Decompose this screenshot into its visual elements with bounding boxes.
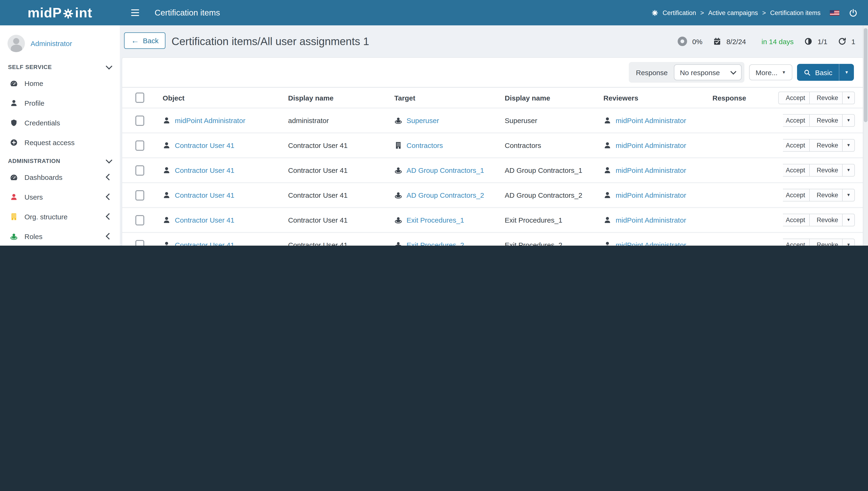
row-checkbox[interactable] bbox=[135, 115, 144, 126]
row-checkbox[interactable] bbox=[135, 190, 144, 200]
sidebar-item-users[interactable]: Users bbox=[0, 187, 120, 207]
target-link[interactable]: Exit Procedures_2 bbox=[407, 241, 464, 246]
reviewer-link[interactable]: midPoint Administrator bbox=[616, 241, 686, 246]
role-icon bbox=[394, 191, 402, 199]
page-header: ← Back Certification items/All user assi… bbox=[120, 25, 868, 57]
accept-button[interactable]: Accept bbox=[783, 189, 810, 201]
col-object[interactable]: Object bbox=[163, 87, 288, 108]
revoke-button[interactable]: Revoke bbox=[809, 114, 843, 127]
sidebar-item-roles[interactable]: Roles bbox=[0, 226, 120, 246]
target-link[interactable]: AD Group Contractors_1 bbox=[407, 166, 484, 174]
target-link[interactable]: Contractors bbox=[407, 141, 443, 149]
response-select[interactable]: No response bbox=[674, 64, 741, 80]
locale-flag-icon[interactable] bbox=[830, 10, 839, 15]
avatar bbox=[7, 35, 25, 52]
user-name-link[interactable]: Administrator bbox=[31, 39, 72, 48]
object-link[interactable]: Contractor User 41 bbox=[175, 241, 234, 246]
search-filter-bar: Response No response More... ▼ Basic bbox=[122, 58, 863, 87]
search-mode-button[interactable]: Basic ▼ bbox=[797, 64, 854, 81]
more-filters-button[interactable]: More... ▼ bbox=[749, 64, 792, 80]
accept-button[interactable]: Accept bbox=[783, 114, 810, 127]
back-button[interactable]: ← Back bbox=[124, 32, 166, 49]
target-display-name: Contractors bbox=[505, 141, 541, 149]
user-icon bbox=[163, 116, 171, 124]
target-link[interactable]: Superuser bbox=[407, 116, 439, 124]
revoke-button[interactable]: Revoke bbox=[809, 214, 843, 226]
response-buttons: Accept Revoke ▼ bbox=[783, 189, 855, 201]
user-icon bbox=[8, 99, 19, 107]
row-checkbox[interactable] bbox=[135, 165, 144, 175]
breadcrumb-certification-items[interactable]: Certification items bbox=[770, 9, 820, 16]
sidebar-item-org-structure[interactable]: Org. structure bbox=[0, 207, 120, 226]
more-actions-button[interactable]: ▼ bbox=[842, 164, 855, 177]
role-icon bbox=[394, 216, 402, 224]
revoke-button[interactable]: Revoke bbox=[809, 164, 843, 177]
response-filter: Response No response bbox=[629, 62, 744, 83]
power-icon[interactable] bbox=[849, 8, 858, 17]
sidebar-item-request-access[interactable]: Request access bbox=[0, 133, 120, 152]
target-link[interactable]: Exit Procedures_1 bbox=[407, 216, 464, 224]
sidebar-section-self-service[interactable]: SELF SERVICE bbox=[0, 58, 120, 73]
reviewer-link[interactable]: midPoint Administrator bbox=[616, 191, 686, 199]
midpoint-logo[interactable]: midPint bbox=[0, 5, 120, 21]
reviewer-link[interactable]: midPoint Administrator bbox=[616, 166, 686, 174]
response-select-value: No response bbox=[680, 68, 720, 76]
object-link[interactable]: Contractor User 41 bbox=[175, 141, 234, 149]
main-content: ← Back Certification items/All user assi… bbox=[120, 25, 868, 246]
object-link[interactable]: midPoint Administrator bbox=[175, 116, 245, 124]
progress-donut-icon bbox=[678, 37, 687, 46]
object-link[interactable]: Contractor User 41 bbox=[175, 191, 234, 199]
accept-button[interactable]: Accept bbox=[783, 238, 810, 246]
revoke-button[interactable]: Revoke bbox=[809, 238, 843, 246]
bulk-revoke-button[interactable]: Revoke bbox=[809, 91, 843, 104]
revoke-button[interactable]: Revoke bbox=[809, 189, 843, 201]
target-link[interactable]: AD Group Contractors_2 bbox=[407, 191, 484, 199]
user-icon bbox=[604, 191, 611, 199]
more-actions-button[interactable]: ▼ bbox=[842, 238, 855, 246]
select-all-checkbox[interactable] bbox=[135, 92, 144, 103]
arrow-left-icon: ← bbox=[131, 37, 139, 45]
shield-icon bbox=[8, 119, 19, 126]
table-row: Contractor User 41 Contractor User 41 Ex… bbox=[122, 232, 864, 246]
col-target[interactable]: Target bbox=[394, 87, 505, 108]
sidebar-nav: SELF SERVICE Home Profile Credentials Re… bbox=[0, 58, 120, 246]
object-display-name: administrator bbox=[288, 116, 329, 124]
col-display-name[interactable]: Display name bbox=[288, 87, 394, 108]
accept-button[interactable]: Accept bbox=[783, 139, 810, 152]
sidebar-section-administration[interactable]: ADMINISTRATION bbox=[0, 152, 120, 167]
reviewer-link[interactable]: midPoint Administrator bbox=[616, 216, 686, 224]
sidebar-item-credentials[interactable]: Credentials bbox=[0, 113, 120, 133]
row-checkbox[interactable] bbox=[135, 215, 144, 225]
sidebar-item-dashboards[interactable]: Dashboards bbox=[0, 167, 120, 187]
user-icon bbox=[604, 216, 611, 224]
reviewer-link[interactable]: midPoint Administrator bbox=[616, 141, 686, 149]
search-mode-dropdown[interactable]: ▼ bbox=[839, 64, 854, 81]
breadcrumb-certification[interactable]: Certification bbox=[663, 9, 696, 16]
chevron-left-icon bbox=[106, 213, 112, 220]
plus-circle-icon bbox=[8, 138, 19, 146]
object-link[interactable]: Contractor User 41 bbox=[175, 166, 234, 174]
reviewer-link[interactable]: midPoint Administrator bbox=[616, 116, 686, 124]
row-checkbox[interactable] bbox=[135, 140, 144, 150]
bulk-more-actions-button[interactable]: ▼ bbox=[842, 91, 855, 104]
more-actions-button[interactable]: ▼ bbox=[842, 139, 855, 152]
breadcrumb-active-campaigns[interactable]: Active campaigns bbox=[708, 9, 758, 16]
scrollbar-thumb[interactable] bbox=[864, 28, 868, 122]
sidebar-item-home[interactable]: Home bbox=[0, 73, 120, 93]
accept-button[interactable]: Accept bbox=[783, 164, 810, 177]
col-target-display-name[interactable]: Display name bbox=[505, 87, 604, 108]
more-actions-button[interactable]: ▼ bbox=[842, 189, 855, 201]
accept-button[interactable]: Accept bbox=[783, 214, 810, 226]
bulk-accept-button[interactable]: Accept bbox=[778, 91, 810, 104]
object-link[interactable]: Contractor User 41 bbox=[175, 216, 234, 224]
sidebar-toggle-icon[interactable] bbox=[131, 8, 143, 18]
calendar-check-icon bbox=[713, 37, 721, 46]
table-row: midPoint Administrator administrator Sup… bbox=[122, 108, 864, 133]
revoke-button[interactable]: Revoke bbox=[809, 139, 843, 152]
more-actions-button[interactable]: ▼ bbox=[842, 114, 855, 127]
more-actions-button[interactable]: ▼ bbox=[842, 214, 855, 226]
row-checkbox[interactable] bbox=[135, 240, 144, 246]
sidebar-item-profile[interactable]: Profile bbox=[0, 93, 120, 113]
page-scrollbar[interactable] bbox=[863, 25, 868, 246]
table-row: Contractor User 41 Contractor User 41 Ex… bbox=[122, 208, 864, 232]
